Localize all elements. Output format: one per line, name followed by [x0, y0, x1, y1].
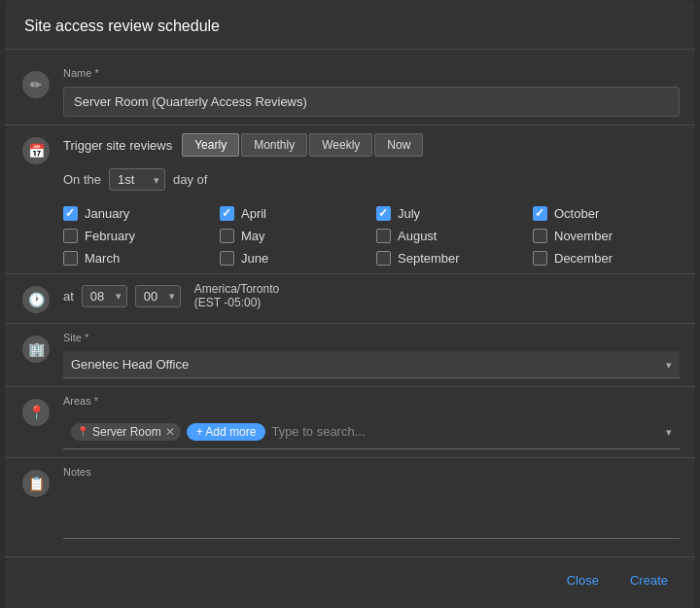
checkbox-march[interactable]	[63, 251, 78, 266]
name-input[interactable]	[63, 87, 680, 117]
month-december[interactable]: December	[533, 251, 680, 266]
clock-icon: 🕐	[22, 286, 50, 313]
month-label-february: February	[85, 229, 135, 243]
name-row: ✏ Name *	[5, 59, 695, 125]
month-september[interactable]: September	[376, 251, 523, 266]
edit-icon-col: ✏	[20, 69, 52, 100]
month-label-june: June	[241, 251, 268, 266]
at-label: at	[63, 289, 74, 304]
timezone-line2: (EST -05:00)	[194, 296, 279, 309]
trigger-btn-group: Yearly Monthly Weekly Now	[182, 133, 423, 157]
checkbox-february[interactable]	[63, 229, 78, 243]
month-june[interactable]: June	[220, 251, 367, 266]
checkbox-april[interactable]	[220, 206, 234, 221]
month-february[interactable]: February	[63, 229, 210, 243]
clock-icon-col: 🕐	[20, 284, 52, 315]
tag-remove-button[interactable]: ✕	[165, 425, 175, 439]
month-november[interactable]: November	[533, 229, 680, 243]
at-row-container: 🕐 at 00010203 04050607 08091011 12131415…	[5, 274, 695, 323]
month-march[interactable]: March	[63, 251, 210, 266]
minute-select-wrap: 00153045	[135, 285, 181, 307]
trigger-row: 📅 Trigger site reviews Yearly Monthly We…	[5, 125, 695, 273]
checkbox-july[interactable]	[376, 206, 391, 221]
tab-yearly[interactable]: Yearly	[182, 133, 239, 157]
month-august[interactable]: August	[376, 229, 523, 243]
name-field-col: Name *	[63, 67, 680, 117]
on-the-prefix: On the	[63, 172, 101, 187]
areas-label: Areas *	[63, 395, 680, 407]
month-label-may: May	[241, 229, 265, 243]
building-icon-col: 🏢	[20, 334, 52, 365]
month-april[interactable]: April	[220, 206, 367, 221]
hour-select[interactable]: 00010203 04050607 08091011 12131415 1617…	[82, 285, 127, 307]
site-field-col: Site * Genetec Head Office	[63, 332, 680, 378]
checkbox-november[interactable]	[533, 229, 547, 243]
on-the-row: On the 1st2nd3rd4th 5th6th7th8th 9th10th…	[63, 168, 680, 191]
month-label-september: September	[398, 251, 460, 266]
site-label: Site *	[63, 332, 680, 343]
notes-label: Notes	[63, 466, 680, 478]
day-select-wrap: 1st2nd3rd4th 5th6th7th8th 9th10th15th20t…	[109, 168, 165, 191]
tab-weekly[interactable]: Weekly	[309, 133, 372, 157]
notes-textarea[interactable]	[63, 485, 680, 539]
checkbox-september[interactable]	[376, 251, 391, 266]
footer: Close Create	[5, 557, 695, 591]
day-select[interactable]: 1st2nd3rd4th 5th6th7th8th 9th10th15th20t…	[109, 168, 165, 191]
dialog-title: Site access review schedule	[5, 0, 695, 49]
site-field-wrap: Genetec Head Office	[63, 351, 680, 378]
areas-field-col: Areas * 📍 Server Room ✕ + Add more Type …	[63, 395, 680, 449]
trigger-tabs-row: Trigger site reviews Yearly Monthly Week…	[63, 133, 680, 157]
notes-row: 📋 Notes	[5, 458, 695, 547]
areas-dropdown-arrow-icon: ▾	[666, 425, 672, 438]
trigger-label: Trigger site reviews	[63, 138, 172, 153]
areas-search-placeholder: Type to search...	[271, 424, 365, 439]
month-label-october: October	[554, 206, 599, 221]
month-label-march: March	[85, 251, 120, 266]
month-may[interactable]: May	[220, 229, 367, 243]
checkbox-may[interactable]	[220, 229, 234, 243]
form-body: ✏ Name * 📅 Trigger site reviews Yearly M…	[5, 50, 695, 556]
month-label-january: January	[85, 206, 129, 221]
day-of-suffix: day of	[173, 172, 207, 187]
close-button[interactable]: Close	[559, 569, 607, 591]
calendar-icon: 📅	[22, 137, 50, 164]
calendar-icon-col: 📅	[20, 135, 52, 166]
areas-field[interactable]: 📍 Server Room ✕ + Add more Type to searc…	[63, 414, 680, 449]
checkbox-december[interactable]	[533, 251, 547, 266]
month-label-august: August	[398, 229, 437, 243]
month-label-december: December	[554, 251, 612, 266]
timezone-info: America/Toronto (EST -05:00)	[194, 282, 279, 309]
tab-monthly[interactable]: Monthly	[241, 133, 307, 157]
checkbox-june[interactable]	[220, 251, 234, 266]
months-grid: January April July October	[63, 206, 680, 266]
edit-icon: ✏	[22, 71, 50, 98]
building-icon: 🏢	[22, 336, 50, 363]
month-october[interactable]: October	[533, 206, 680, 221]
tag-label: Server Room	[92, 425, 161, 439]
minute-select[interactable]: 00153045	[135, 285, 181, 307]
checkbox-january[interactable]	[63, 206, 78, 221]
month-label-april: April	[241, 206, 266, 221]
location-icon: 📍	[22, 399, 50, 426]
add-more-button[interactable]: + Add more	[187, 423, 266, 441]
timezone-line1: America/Toronto	[194, 282, 279, 296]
month-label-november: November	[554, 229, 612, 243]
name-label: Name *	[63, 67, 680, 79]
notes-field-col: Notes	[63, 466, 680, 539]
site-select[interactable]: Genetec Head Office	[63, 351, 680, 378]
checkbox-october[interactable]	[533, 206, 547, 221]
create-button[interactable]: Create	[622, 569, 676, 591]
trigger-field-col: Trigger site reviews Yearly Monthly Week…	[63, 133, 680, 266]
month-july[interactable]: July	[376, 206, 523, 221]
checkbox-august[interactable]	[376, 229, 391, 243]
location-icon-col: 📍	[20, 397, 52, 428]
server-room-tag: 📍 Server Room ✕	[71, 423, 181, 441]
tab-now[interactable]: Now	[374, 133, 423, 157]
clipboard-icon-col: 📋	[20, 468, 52, 499]
month-label-july: July	[398, 206, 420, 221]
at-field-col: at 00010203 04050607 08091011 12131415 1…	[63, 282, 680, 309]
site-row: 🏢 Site * Genetec Head Office	[5, 324, 695, 386]
clipboard-icon: 📋	[22, 470, 50, 497]
dialog: Site access review schedule ✏ Name * 📅 T…	[5, 0, 695, 608]
month-january[interactable]: January	[63, 206, 210, 221]
